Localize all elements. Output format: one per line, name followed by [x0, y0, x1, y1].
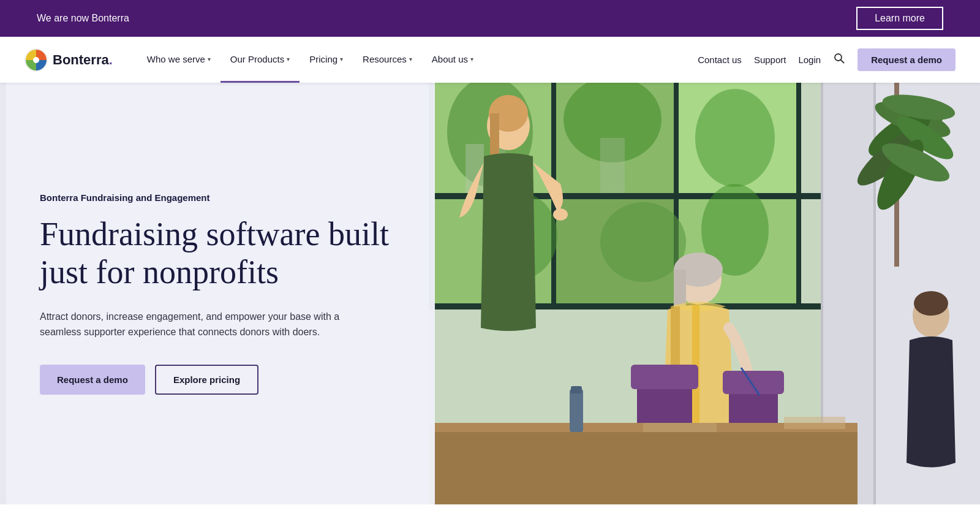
- svg-rect-53: [429, 426, 858, 504]
- hero-buttons: Request a demo Explore pricing: [40, 365, 398, 395]
- hero-eyebrow: Bonterra Fundraising and Engagement: [40, 192, 398, 203]
- nav-links: Who we serve ▾ Our Products ▾ Pricing ▾ …: [137, 37, 698, 83]
- chevron-down-icon: ▾: [409, 56, 412, 63]
- svg-rect-10: [796, 83, 801, 309]
- nav-right: Contact us Support Login Request a demo: [698, 48, 956, 71]
- explore-pricing-button[interactable]: Explore pricing: [155, 365, 258, 395]
- svg-rect-56: [571, 386, 582, 393]
- nav-item-pricing[interactable]: Pricing ▾: [300, 37, 353, 83]
- logo-name: Bonterra.: [53, 52, 113, 68]
- request-demo-button-hero[interactable]: Request a demo: [40, 365, 145, 395]
- nav-item-resources[interactable]: Resources ▾: [353, 37, 422, 83]
- svg-rect-26: [600, 138, 625, 193]
- support-link[interactable]: Support: [754, 55, 786, 65]
- nav-item-who-we-serve[interactable]: Who we serve ▾: [137, 37, 221, 83]
- login-link[interactable]: Login: [798, 55, 821, 65]
- request-demo-button-nav[interactable]: Request a demo: [858, 48, 956, 71]
- search-icon[interactable]: [833, 52, 845, 67]
- nav-item-our-products[interactable]: Our Products ▾: [221, 37, 300, 83]
- contact-us-link[interactable]: Contact us: [698, 55, 742, 65]
- chevron-down-icon: ▾: [470, 56, 473, 63]
- svg-point-20: [695, 89, 775, 187]
- svg-rect-58: [784, 417, 845, 429]
- learn-more-button[interactable]: Learn more: [856, 7, 943, 30]
- svg-rect-57: [643, 423, 717, 432]
- top-banner: We are now Bonterra Learn more: [0, 0, 980, 37]
- hero-title: Fundraising software built just for nonp…: [40, 215, 398, 291]
- hero-section: Bonterra Fundraising and Engagement Fund…: [0, 83, 980, 504]
- logo[interactable]: Bonterra.: [24, 48, 113, 72]
- svg-point-60: [914, 291, 948, 316]
- svg-line-3: [841, 60, 844, 63]
- svg-rect-55: [570, 389, 583, 432]
- chevron-down-icon: ▾: [208, 56, 211, 63]
- svg-point-1: [33, 57, 39, 63]
- chevron-down-icon: ▾: [287, 56, 290, 63]
- hero-description: Attract donors, increase engagement, and…: [40, 309, 358, 340]
- svg-point-22: [600, 202, 686, 282]
- banner-text: We are now Bonterra: [37, 13, 129, 24]
- logo-icon: [24, 48, 48, 72]
- hero-content: Bonterra Fundraising and Engagement Fund…: [6, 83, 435, 504]
- svg-rect-50: [631, 365, 698, 389]
- svg-point-43: [553, 208, 568, 221]
- navbar: Bonterra. Who we serve ▾ Our Products ▾ …: [0, 37, 980, 83]
- svg-rect-52: [723, 371, 784, 394]
- nav-item-about-us[interactable]: About us ▾: [422, 37, 483, 83]
- chevron-down-icon: ▾: [340, 56, 343, 63]
